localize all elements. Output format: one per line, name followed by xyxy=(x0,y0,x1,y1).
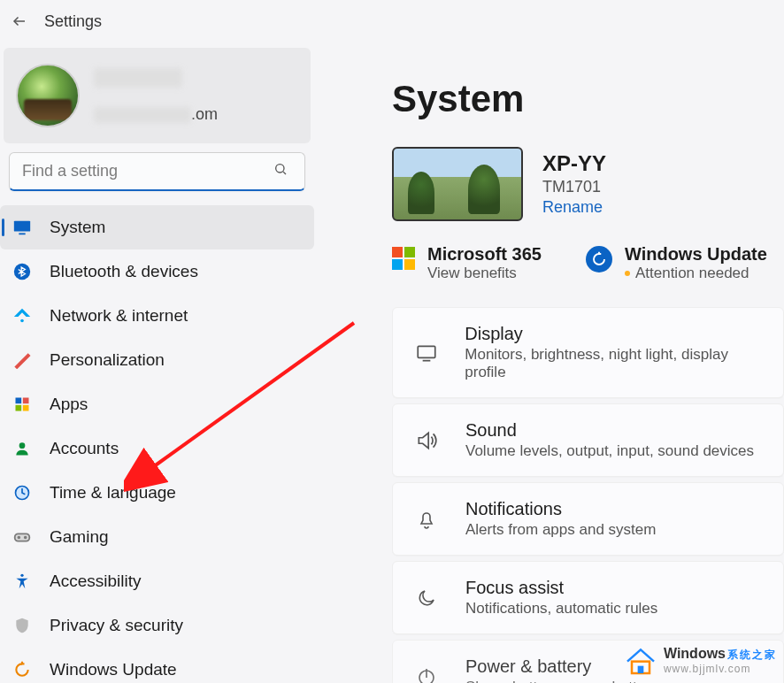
sound-icon xyxy=(414,429,439,452)
sidebar-item-label: Windows Update xyxy=(50,660,177,679)
card-title: Notifications xyxy=(465,499,656,519)
house-icon xyxy=(623,642,658,678)
sidebar-item-label: Bluetooth & devices xyxy=(50,262,198,281)
sidebar-item-label: System xyxy=(50,218,105,237)
sidebar-item-network[interactable]: Network & internet xyxy=(0,294,314,338)
svg-rect-17 xyxy=(418,346,435,357)
wifi-icon xyxy=(11,304,34,327)
svg-rect-9 xyxy=(16,405,22,411)
svg-point-15 xyxy=(25,537,27,539)
svg-rect-8 xyxy=(23,398,29,404)
sidebar-item-label: Network & internet xyxy=(50,306,188,326)
sidebar-item-time-language[interactable]: Time & language xyxy=(0,471,314,515)
moon-icon xyxy=(414,587,439,609)
bell-icon xyxy=(414,509,439,530)
profile-email: .om xyxy=(94,105,298,124)
sidebar-item-system[interactable]: System xyxy=(0,205,314,249)
svg-point-16 xyxy=(20,574,23,577)
ms365-title: Microsoft 365 xyxy=(427,244,542,265)
card-title: Focus assist xyxy=(465,578,657,598)
svg-rect-7 xyxy=(16,398,22,404)
ms365-sub: View benefits xyxy=(427,265,542,282)
shield-icon xyxy=(11,614,34,637)
display-icon xyxy=(414,342,438,365)
nav-list: System Bluetooth & devices Network & int… xyxy=(0,205,314,683)
power-icon xyxy=(414,666,439,684)
card-sub: Alerts from apps and system xyxy=(465,521,656,539)
sidebar-item-label: Accessibility xyxy=(50,572,141,591)
sidebar-item-label: Gaming xyxy=(50,527,109,547)
card-sub: Notifications, automatic rules xyxy=(465,600,657,618)
device-name: XP-YY xyxy=(542,151,606,176)
settings-card-focus[interactable]: Focus assist Notifications, automatic ru… xyxy=(392,561,784,634)
microsoft-365-block[interactable]: Microsoft 365 View benefits xyxy=(392,244,542,282)
profile-name-redacted xyxy=(94,68,182,88)
svg-rect-23 xyxy=(638,666,644,673)
sidebar-item-label: Time & language xyxy=(50,483,176,503)
sidebar-item-accounts[interactable]: Accounts xyxy=(0,426,314,471)
sidebar-item-windows-update[interactable]: Windows Update xyxy=(0,648,314,683)
window-title: Settings xyxy=(44,12,102,31)
accessibility-icon xyxy=(11,570,34,593)
device-model: TM1701 xyxy=(542,178,606,196)
svg-point-11 xyxy=(19,442,26,449)
card-sub: Sleep, battery usage, battery saver xyxy=(465,679,699,683)
sidebar: .om System Bluetooth & devices xyxy=(0,42,314,683)
sidebar-item-personalization[interactable]: Personalization xyxy=(0,338,314,382)
sidebar-item-accessibility[interactable]: Accessibility xyxy=(0,559,314,603)
update-icon xyxy=(11,658,34,681)
sidebar-item-apps[interactable]: Apps xyxy=(0,382,314,426)
page-title: System xyxy=(392,78,784,120)
settings-card-display[interactable]: Display Monitors, brightness, night ligh… xyxy=(392,307,784,398)
search-input[interactable] xyxy=(9,152,305,191)
apps-icon xyxy=(11,393,34,416)
card-sub: Volume levels, output, input, sound devi… xyxy=(465,442,754,460)
microsoft-logo-icon xyxy=(392,247,415,270)
wu-sub: Attention needed xyxy=(625,265,767,282)
clock-globe-icon xyxy=(11,481,34,504)
wu-title: Windows Update xyxy=(625,244,767,265)
back-icon[interactable] xyxy=(11,12,28,30)
svg-rect-10 xyxy=(23,405,29,411)
sidebar-item-label: Privacy & security xyxy=(50,616,183,635)
profile-card[interactable]: .om xyxy=(4,48,311,143)
rename-link[interactable]: Rename xyxy=(542,198,606,217)
main-content: System XP-YY TM1701 Rename Microsoft 365… xyxy=(314,42,784,683)
sidebar-item-label: Apps xyxy=(50,395,88,414)
card-sub: Monitors, brightness, night light, displ… xyxy=(465,346,765,381)
sidebar-item-label: Personalization xyxy=(50,350,165,370)
attention-dot-icon xyxy=(625,271,630,276)
person-icon xyxy=(11,437,34,460)
sidebar-item-privacy[interactable]: Privacy & security xyxy=(0,603,314,648)
watermark: Windows系统之家 www.bjjmlv.com xyxy=(623,642,777,678)
device-thumbnail xyxy=(392,147,523,221)
windows-update-block[interactable]: Windows Update Attention needed xyxy=(586,244,767,282)
sidebar-item-gaming[interactable]: Gaming xyxy=(0,515,314,559)
svg-rect-3 xyxy=(14,221,30,232)
monitor-icon xyxy=(11,216,34,239)
sync-icon xyxy=(586,246,612,272)
sidebar-item-bluetooth[interactable]: Bluetooth & devices xyxy=(0,249,314,294)
card-title: Display xyxy=(465,324,765,344)
gamepad-icon xyxy=(11,526,34,549)
paintbrush-icon xyxy=(11,349,34,372)
svg-point-6 xyxy=(20,319,24,323)
svg-rect-13 xyxy=(15,533,30,541)
bluetooth-icon xyxy=(11,260,34,283)
settings-card-notifications[interactable]: Notifications Alerts from apps and syste… xyxy=(392,482,784,556)
avatar xyxy=(16,64,80,127)
sidebar-item-label: Accounts xyxy=(50,439,119,458)
svg-point-14 xyxy=(18,537,19,539)
svg-rect-4 xyxy=(19,233,25,234)
settings-card-sound[interactable]: Sound Volume levels, output, input, soun… xyxy=(392,403,784,477)
card-title: Sound xyxy=(465,420,754,441)
